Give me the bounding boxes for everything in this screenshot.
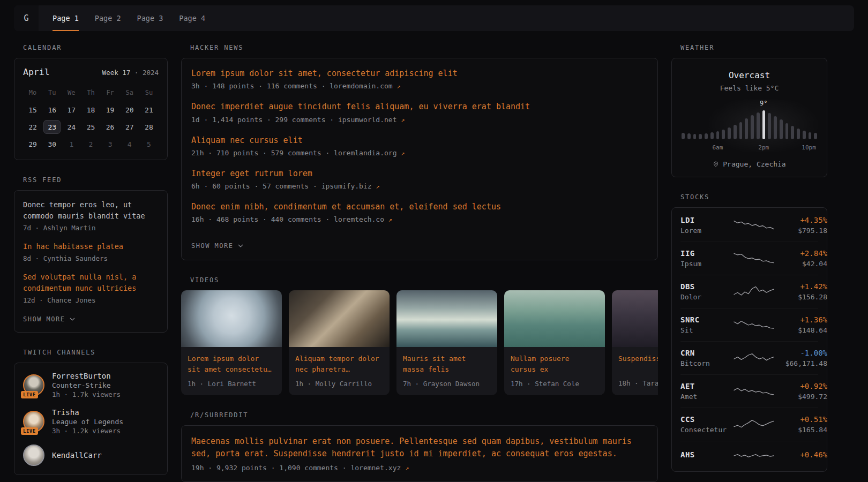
- tab-page-4[interactable]: Page 4: [179, 5, 205, 31]
- calendar-widget-title: CALENDAR: [23, 44, 168, 51]
- stock-id: AHS: [680, 450, 733, 461]
- calendar-day-header: Th: [82, 86, 99, 100]
- hackernews-item-title[interactable]: Integer eget rutrum lorem: [191, 168, 648, 179]
- stock-row[interactable]: CCS Consectetur +0.51% $165.84: [680, 408, 818, 441]
- calendar-day: 24: [63, 120, 80, 134]
- video-card[interactable]: Suspendisse diam 18h · Tara: [612, 290, 658, 395]
- channel-info: KendallCarr: [52, 451, 102, 460]
- video-card[interactable]: Mauris sit amet massa felis 7h · Grayson…: [396, 290, 497, 395]
- weather-bar: [716, 131, 720, 139]
- external-link-icon: ↗: [401, 149, 405, 157]
- hackernews-item-title[interactable]: Aliquam nec cursus elit: [191, 135, 648, 146]
- weather-bars: [680, 110, 818, 139]
- weather-hour-label: 10pm: [802, 144, 816, 151]
- stock-change: +4.35%: [775, 216, 827, 224]
- video-card[interactable]: Nullam posuere cursus ex 17h · Stefan Co…: [504, 290, 605, 395]
- rss-item: Donec tempor eros leo, ut commodo mauris…: [23, 199, 159, 232]
- hackernews-meta-text: 3h · 148 points · 116 comments · loremdo…: [191, 82, 393, 90]
- stock-symbol: CRN: [680, 349, 733, 357]
- video-card[interactable]: Lorem ipsum dolor sit amet consectetu… 1…: [181, 290, 282, 395]
- weather-bar: [728, 127, 731, 139]
- stock-values: +0.46%: [775, 450, 827, 461]
- weather-location-text: Prague, Czechia: [723, 160, 785, 168]
- video-thumbnail: [396, 290, 497, 347]
- hackernews-meta-text: 16h · 468 points · 440 comments · loremt…: [191, 215, 384, 223]
- stock-price: $795.18: [775, 227, 827, 235]
- calendar-day-header: Su: [140, 86, 158, 100]
- stock-symbol: DBS: [680, 282, 733, 291]
- video-title: Lorem ipsum dolor sit amet consectetu…: [188, 353, 275, 375]
- left-column: CALENDAR April Week 17 · 2024 Mo Tu We T…: [14, 44, 168, 482]
- calendar-day-header: We: [63, 86, 80, 100]
- weather-hour-label: 6am: [712, 144, 723, 151]
- stock-sparkline: [733, 417, 775, 432]
- video-title: Mauris sit amet massa felis: [403, 353, 491, 375]
- video-meta: 18h · Tara: [618, 379, 658, 387]
- stock-row[interactable]: CRN Bitcorn -1.00% $66,171.48: [680, 341, 818, 374]
- weather-bar: [774, 116, 777, 139]
- stock-id: DBS Dolor: [680, 282, 733, 301]
- stock-values: -1.00% $66,171.48: [775, 349, 827, 367]
- hackernews-item-title[interactable]: Donec enim nibh, condimentum et accumsan…: [191, 201, 648, 212]
- video-card[interactable]: Aliquam tempor dolor nec pharetra… 1h · …: [289, 290, 390, 395]
- calendar-week-year: Week 17 · 2024: [102, 69, 159, 77]
- app-logo[interactable]: G: [14, 5, 39, 31]
- stock-name: Consectetur: [680, 426, 733, 434]
- hackernews-item-meta: 16h · 468 points · 440 comments · loremt…: [191, 215, 648, 223]
- external-link-icon: ↗: [401, 116, 405, 124]
- hackernews-item: Donec enim nibh, condimentum et accumsan…: [191, 201, 648, 223]
- subreddit-post-title[interactable]: Maecenas mollis pulvinar erat non posuer…: [191, 435, 648, 461]
- stock-row[interactable]: SNRC Sit +1.36% $148.64: [680, 308, 818, 341]
- calendar-day: 18: [82, 103, 99, 117]
- rss-item-title[interactable]: Sed volutpat nulla nisl, a condimentum n…: [23, 272, 159, 294]
- stock-price: $148.64: [775, 326, 827, 334]
- rss-item-title[interactable]: Donec tempor eros leo, ut commodo mauris…: [23, 199, 159, 222]
- twitch-channel-row[interactable]: LIVE ForrestBurton Counter-Strike 1h · 1…: [23, 372, 159, 398]
- weather-location: Prague, Czechia: [680, 160, 818, 168]
- hackernews-meta-text: 21h · 710 points · 579 comments · loreml…: [191, 149, 397, 157]
- stock-sparkline: [733, 251, 775, 266]
- rss-item-title[interactable]: In hac habitasse platea: [23, 241, 159, 252]
- avatar: LIVE: [23, 374, 44, 396]
- video-title: Aliquam tempor dolor nec pharetra…: [295, 353, 383, 375]
- tab-page-3[interactable]: Page 3: [137, 5, 163, 31]
- stock-row[interactable]: AHS +0.46%: [680, 441, 818, 470]
- calendar-day: 16: [43, 103, 61, 117]
- weather-bar: [699, 134, 702, 139]
- stock-name: Dolor: [680, 293, 733, 301]
- hackernews-item-meta: 21h · 710 points · 579 comments · loreml…: [191, 149, 648, 157]
- stocks-card: LDI Lorem +4.35% $795.18 IIG Ipsum: [671, 207, 827, 472]
- hackernews-item-title[interactable]: Lorem ipsum dolor sit amet, consectetur …: [191, 68, 648, 79]
- twitch-channel-row[interactable]: LIVE Trisha League of Legends 3h · 1.2k …: [23, 408, 159, 435]
- rss-show-more-button[interactable]: SHOW MORE: [23, 315, 75, 323]
- calendar-grid: Mo Tu We Th Fr Sa Su 15 16 17 18 19 20 2…: [23, 86, 159, 151]
- channel-name: KendallCarr: [52, 451, 102, 460]
- stock-row[interactable]: AET Amet +0.92% $499.72: [680, 374, 818, 408]
- weather-bar: [780, 119, 783, 139]
- navbar: G Page 1 Page 2 Page 3 Page 4: [14, 5, 854, 31]
- live-badge: LIVE: [21, 427, 38, 435]
- stock-change: -1.00%: [775, 349, 827, 357]
- weather-feels-like: Feels like 5°C: [680, 84, 818, 92]
- external-link-icon: ↗: [405, 464, 409, 472]
- twitch-channel-row[interactable]: KendallCarr: [23, 445, 159, 466]
- rss-item: In hac habitasse platea 8d · Cynthia Sau…: [23, 241, 159, 262]
- calendar-day: 30: [43, 137, 61, 151]
- stock-row[interactable]: LDI Lorem +4.35% $795.18: [680, 209, 818, 242]
- hackernews-show-more-button[interactable]: SHOW MORE: [191, 242, 243, 250]
- tab-page-1[interactable]: Page 1: [53, 5, 79, 31]
- calendar-day-next-month: 2: [82, 137, 99, 151]
- stock-row[interactable]: DBS Dolor +1.42% $156.28: [680, 275, 818, 308]
- videos-scroll-area[interactable]: Lorem ipsum dolor sit amet consectetu… 1…: [181, 290, 658, 395]
- calendar-week: Week 17: [102, 69, 131, 77]
- tab-page-2[interactable]: Page 2: [95, 5, 121, 31]
- weather-bar: [757, 112, 760, 139]
- stock-row[interactable]: IIG Ipsum +2.84% $42.04: [680, 242, 818, 275]
- calendar-day-header: Mo: [24, 86, 41, 100]
- stock-sparkline: [733, 318, 775, 333]
- rss-widget-title: RSS FEED: [23, 176, 168, 184]
- channel-game: Counter-Strike: [52, 381, 121, 389]
- weather-bar: [705, 133, 708, 139]
- hackernews-item-title[interactable]: Donec imperdiet augue tincidunt felis al…: [191, 101, 648, 112]
- calendar-month: April: [23, 67, 50, 77]
